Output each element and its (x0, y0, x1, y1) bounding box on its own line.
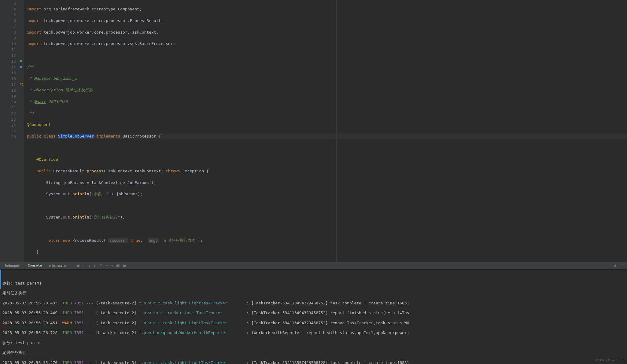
spring-bean-icon[interactable] (20, 60, 22, 62)
selection-bar (0, 270, 1, 289)
editor-area[interactable]: 3 4 5 6 7 8 9 10 11 12 13 14 15 16 17 18… (0, 0, 627, 262)
tab-debugger[interactable]: Debugger (2, 263, 24, 269)
export-icon[interactable]: ⤓ (92, 263, 98, 268)
console-line: 2023-05-03 20:56:35.470 INFO 7351 --- [-… (2, 360, 625, 364)
console-line: 2023-05-03 20:56:26.728 INFO 7351 --- [b… (2, 330, 625, 335)
print-icon[interactable]: 🖶 (115, 263, 121, 268)
spring-leaf-icon: ✿ (49, 264, 51, 268)
gutter-icons: ↑@ (18, 0, 24, 262)
console-line: 参数: test params (2, 281, 625, 286)
console-line: 2023-05-03 20:56:20.449 INFO 7351 --- [-… (2, 311, 625, 315)
tab-actuator[interactable]: ✿Actuator (46, 263, 71, 269)
console-line: 定时任务执行 (2, 350, 625, 355)
watermark: CSDN @wu@55555 (596, 358, 625, 363)
class-name[interactable]: SimpleJobServer (58, 134, 94, 138)
implements-icon[interactable] (20, 66, 22, 68)
settings-gear-icon[interactable]: ⚙ (613, 263, 617, 268)
right-margin-guide (336, 0, 337, 262)
filter-icon[interactable]: ☰ (122, 263, 127, 268)
console-output[interactable]: 参数: test params 定时任务执行 2023-05-03 20:56:… (0, 269, 627, 364)
console-line: 2023-05-03 20:56:20.451 WARN 7351 --- [-… (2, 321, 625, 325)
code-content[interactable]: import org.springframework.stereotype.Co… (24, 0, 627, 262)
console-line: 2023-05-03 20:56:20.433 INFO 7351 --- [-… (2, 301, 625, 306)
line-number-gutter: 3 4 5 6 7 8 9 10 11 12 13 14 15 16 17 18… (0, 0, 18, 262)
tab-console[interactable]: Console (25, 262, 45, 270)
import-icon[interactable]: ⤒ (98, 263, 104, 268)
down-icon[interactable]: ↓ (87, 263, 91, 268)
console-line: 定时任务执行 (2, 291, 625, 296)
console-line: 参数: test params (2, 340, 625, 345)
more-icon[interactable]: ⋮ (619, 263, 625, 268)
layout-icon[interactable]: ☰ (75, 263, 81, 268)
tool-window-tabs: Debugger Console ✿Actuator ☰ ↑ ↓ ⤓ ⤒ ↩ ⇥… (0, 262, 627, 269)
scroll-icon[interactable]: ⇥ (110, 263, 114, 268)
up-icon[interactable]: ↑ (82, 263, 86, 268)
wrap-icon[interactable]: ↩ (104, 263, 109, 268)
override-up-icon[interactable]: ↑@ (19, 82, 23, 86)
